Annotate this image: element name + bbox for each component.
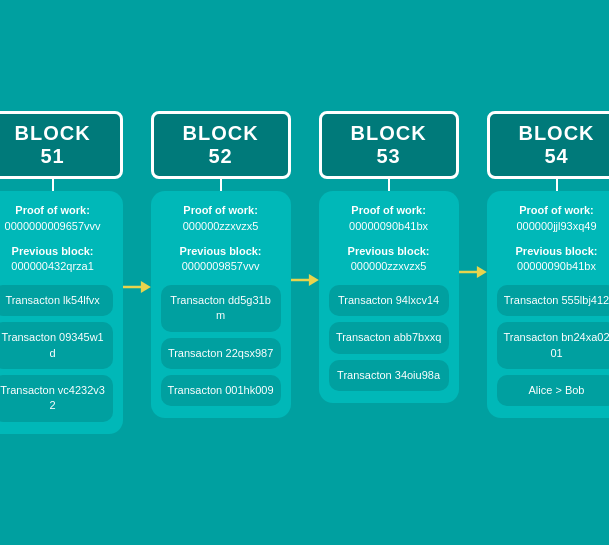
block-52-proof: Proof of work:000000zzxvzx5 xyxy=(161,203,281,234)
block-54-tx-2: Alice > Bob xyxy=(497,375,610,406)
block-and-arrow-0: BLOCK 51Proof of work:0000000009657vvvPr… xyxy=(0,111,151,434)
block-53-tx-0: Transacton 94lxcv14 xyxy=(329,285,449,316)
arrow-2 xyxy=(459,262,487,282)
block-53-tx-2: Transacton 34oiu98a xyxy=(329,360,449,391)
block-and-arrow-1: BLOCK 52Proof of work:000000zzxvzx5Previ… xyxy=(151,111,319,418)
block-and-arrow-2: BLOCK 53Proof of work:00000090b41bxPrevi… xyxy=(319,111,487,403)
block-51-connector xyxy=(52,179,54,191)
block-54-header: BLOCK 54 xyxy=(487,111,610,179)
block-53-proof: Proof of work:00000090b41bx xyxy=(329,203,449,234)
svg-marker-1 xyxy=(141,282,151,294)
arrow-0 xyxy=(123,277,151,297)
block-53-body: Proof of work:00000090b41bxPrevious bloc… xyxy=(319,191,459,403)
block-54-prev: Previous block:00000090b41bx xyxy=(497,244,610,275)
block-53-connector xyxy=(388,179,390,191)
block-53-prev: Previous block:000000zzxvzx5 xyxy=(329,244,449,275)
arrow-1 xyxy=(291,270,319,290)
block-52-tx-2: Transacton 001hk009 xyxy=(161,375,281,406)
svg-marker-5 xyxy=(477,266,487,278)
block-52-connector xyxy=(220,179,222,191)
block-and-arrow-3: BLOCK 54Proof of work:000000jjl93xq49Pre… xyxy=(487,111,610,418)
block-54-tx-0: Transacton 555lbj412 xyxy=(497,285,610,316)
block-52-tx-0: Transacton dd5g31bm xyxy=(161,285,281,332)
block-51-proof: Proof of work:0000000009657vvv xyxy=(0,203,113,234)
block-52-header: BLOCK 52 xyxy=(151,111,291,179)
block-51-body: Proof of work:0000000009657vvvPrevious b… xyxy=(0,191,123,434)
block-52-prev: Previous block:0000009857vvv xyxy=(161,244,281,275)
svg-marker-3 xyxy=(309,274,319,286)
block-54-tx-1: Transacton bn24xa0201 xyxy=(497,322,610,369)
blockchain-container: BLOCK 51Proof of work:0000000009657vvvPr… xyxy=(0,91,609,454)
block-53-header: BLOCK 53 xyxy=(319,111,459,179)
block-52-tx-1: Transacton 22qsx987 xyxy=(161,338,281,369)
block-51-header: BLOCK 51 xyxy=(0,111,123,179)
block-53-tx-1: Transacton abb7bxxq xyxy=(329,322,449,353)
block-53: BLOCK 53Proof of work:00000090b41bxPrevi… xyxy=(319,111,459,403)
block-51-prev: Previous block:000000432qrza1 xyxy=(0,244,113,275)
block-51-tx-2: Transacton vc4232v32 xyxy=(0,375,113,422)
block-54-body: Proof of work:000000jjl93xq49Previous bl… xyxy=(487,191,610,418)
block-52: BLOCK 52Proof of work:000000zzxvzx5Previ… xyxy=(151,111,291,418)
block-51-tx-1: Transacton 09345w1d xyxy=(0,322,113,369)
block-54: BLOCK 54Proof of work:000000jjl93xq49Pre… xyxy=(487,111,610,418)
block-54-connector xyxy=(556,179,558,191)
blocks-row: BLOCK 51Proof of work:0000000009657vvvPr… xyxy=(0,111,609,434)
block-52-body: Proof of work:000000zzxvzx5Previous bloc… xyxy=(151,191,291,418)
block-51: BLOCK 51Proof of work:0000000009657vvvPr… xyxy=(0,111,123,434)
block-51-tx-0: Transacton lk54lfvx xyxy=(0,285,113,316)
block-54-proof: Proof of work:000000jjl93xq49 xyxy=(497,203,610,234)
